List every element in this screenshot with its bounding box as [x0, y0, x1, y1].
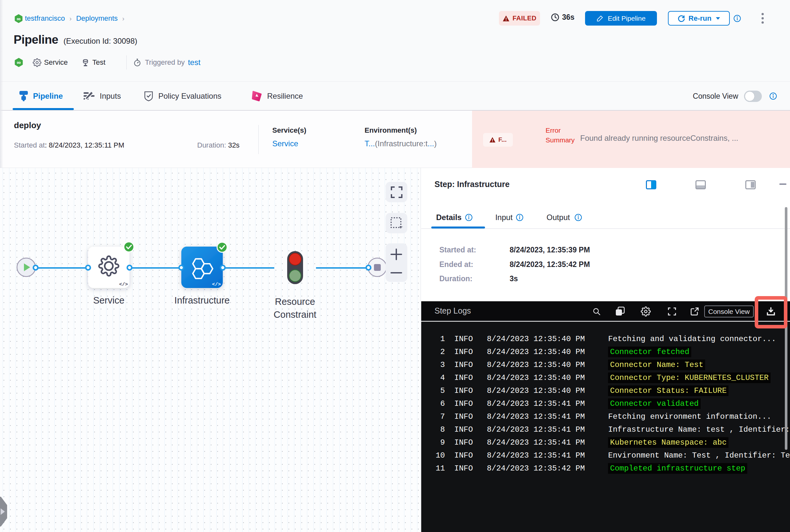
- svg-text:</>: </>: [212, 282, 221, 287]
- svg-text:∞: ∞: [17, 16, 20, 22]
- svg-text:</>: </>: [119, 282, 128, 287]
- svg-text:∞: ∞: [17, 59, 21, 66]
